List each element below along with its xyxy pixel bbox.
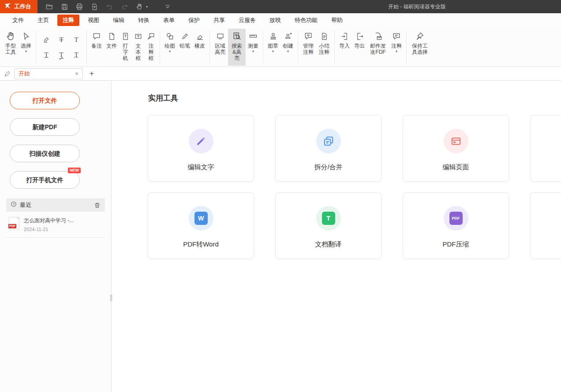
tab-pen-icon[interactable] [0, 71, 14, 77]
recent-file-date: 2024-11-21 [24, 227, 74, 232]
measure-button[interactable]: 测量 ▾ [246, 29, 261, 66]
export-button[interactable]: 导出 [352, 29, 367, 66]
tab-start[interactable]: 开始 × [14, 68, 83, 79]
measure-label: 测量 [248, 43, 258, 49]
ribbon: 手型工具 选择 ▾ T T T T T 备注 [0, 27, 561, 67]
note-button[interactable]: 备注 [89, 29, 104, 66]
hand-tool-icon[interactable] [133, 1, 146, 12]
eraser-label: 橡皮 [194, 43, 205, 49]
redo-icon[interactable] [118, 1, 131, 12]
word-letter: W [194, 212, 208, 225]
file-attach-label: 文件 [106, 43, 117, 49]
typewriter-button[interactable]: 打字机 [119, 29, 132, 66]
tab-close-icon[interactable]: × [75, 71, 79, 77]
save-icon[interactable] [58, 1, 71, 12]
insert-text-icon[interactable]: T [70, 33, 83, 46]
menu-comment[interactable]: 注释 [57, 15, 79, 26]
menu-view[interactable]: 视图 [82, 15, 105, 26]
underline-icon[interactable]: T [40, 48, 53, 61]
hand-tool-button[interactable]: 手型工具 [3, 29, 19, 66]
summary-comments-button[interactable]: 小结注释 [316, 29, 332, 66]
menu-share[interactable]: 共享 [208, 15, 230, 26]
keep-tool-label: 保持工具选择 [411, 43, 429, 55]
keep-tool-button[interactable]: 保持工具选择 [409, 29, 431, 66]
card-pdf-compress[interactable]: PDF PDF压缩 [403, 192, 509, 259]
print-icon[interactable] [73, 1, 86, 12]
open-file-button[interactable]: 打开文件 [10, 92, 80, 109]
trash-icon[interactable] [94, 202, 101, 209]
clock-icon [11, 201, 17, 209]
textbox-icon [134, 31, 142, 41]
new-tab-icon[interactable]: + [90, 69, 94, 78]
menu-protect[interactable]: 保护 [183, 15, 205, 26]
new-badge: NEW [68, 168, 81, 173]
ribbon-group-manage: 管理注释 小结注释 [300, 29, 332, 66]
drawing-button[interactable]: 绘图 ▾ [162, 29, 177, 66]
foxit-logo-icon [4, 3, 11, 11]
pencil-icon [181, 31, 189, 41]
card-doc-translate[interactable]: T 文档翻译 [275, 192, 381, 259]
callout-button[interactable]: 注释框 [145, 29, 157, 66]
card-split-merge[interactable]: 拆分/合并 [275, 115, 381, 182]
select-button[interactable]: 选择 ▾ [19, 29, 34, 66]
area-highlight-button[interactable]: 区域高亮 [212, 29, 228, 66]
hand-icon [6, 31, 15, 41]
comments-dropdown-button[interactable]: 注释 ▾ [389, 29, 404, 66]
translate-icon: T [316, 206, 341, 231]
collapse-toolbar-icon[interactable] [161, 1, 174, 12]
recent-file-item[interactable]: PDF 怎么面对高中学习 -... 2024-11-21 [6, 212, 105, 238]
card-edit-text[interactable]: 编辑文字 [148, 115, 254, 182]
menu-home[interactable]: 主页 [32, 15, 54, 26]
search-highlight-button[interactable]: 搜索&高亮 [228, 29, 246, 66]
email-fdf-button[interactable]: 邮件发送FDF [367, 29, 389, 66]
menu-convert[interactable]: 转换 [133, 15, 155, 26]
open-folder-icon[interactable] [43, 1, 56, 12]
menu-features[interactable]: 特色功能 [289, 15, 323, 26]
compress-letters: PDF [449, 212, 463, 225]
textbox-button[interactable]: 文本框 [132, 29, 145, 66]
new-pdf-button[interactable]: 新建PDF [10, 118, 80, 136]
undo-icon[interactable] [103, 1, 116, 12]
ribbon-separator [36, 31, 36, 63]
manage-comments-button[interactable]: 管理注释 [300, 29, 316, 66]
highlight-icon[interactable] [40, 33, 53, 46]
eraser-button[interactable]: 橡皮 [192, 29, 207, 66]
card-pdf-to-word[interactable]: W PDF转Word [148, 192, 254, 259]
replace-text-icon[interactable]: T [70, 48, 83, 61]
open-mobile-file-button[interactable]: 打开手机文件 NEW [10, 171, 80, 189]
hand-tool-label: 手型工具 [5, 43, 16, 55]
menu-edit[interactable]: 编辑 [108, 15, 130, 26]
card-label: 编辑页面 [443, 163, 469, 172]
workspace-button[interactable]: 工作台 [0, 0, 37, 13]
ribbon-group-draw: 绘图 ▾ 铅笔 橡皮 [162, 29, 207, 66]
card-label: 拆分/合并 [314, 163, 342, 172]
menu-present[interactable]: 放映 [264, 15, 286, 26]
menu-help[interactable]: 帮助 [326, 15, 348, 26]
export-icon [355, 31, 364, 41]
card-partial-row2[interactable] [530, 192, 561, 259]
menu-file[interactable]: 文件 [7, 15, 29, 26]
pencil-button[interactable]: 铅笔 [177, 29, 192, 66]
squiggly-icon[interactable]: T [55, 48, 68, 61]
import-button[interactable]: 导入 [337, 29, 352, 66]
ribbon-group-stamp: 图章 ▾ 创建 ▾ [266, 29, 295, 66]
open-mobile-file-label: 打开手机文件 [26, 176, 64, 183]
import-label: 导入 [339, 43, 350, 49]
card-partial-row1[interactable] [530, 115, 561, 182]
squiggly-glyph: T [59, 51, 63, 59]
stamp-button[interactable]: 图章 ▾ [266, 29, 280, 66]
create-stamp-button[interactable]: 创建 ▾ [280, 29, 295, 66]
menu-cloud[interactable]: 云服务 [233, 15, 261, 26]
hand-tool-caret-icon[interactable]: ▾ [146, 5, 148, 9]
callout-icon [147, 31, 155, 41]
typewriter-icon [121, 31, 130, 41]
menu-form[interactable]: 表单 [158, 15, 180, 26]
card-edit-pages[interactable]: 编辑页面 [403, 115, 509, 182]
strikeout-icon[interactable]: T [55, 33, 68, 46]
share-document-icon[interactable] [88, 1, 101, 12]
ribbon-group-keep: 保持工具选择 [409, 29, 431, 66]
manage-comments-icon [304, 31, 313, 41]
file-attach-button[interactable]: 文件 [104, 29, 119, 66]
split-merge-icon [316, 129, 341, 153]
scanner-create-button[interactable]: 扫描仪创建 [10, 145, 80, 162]
